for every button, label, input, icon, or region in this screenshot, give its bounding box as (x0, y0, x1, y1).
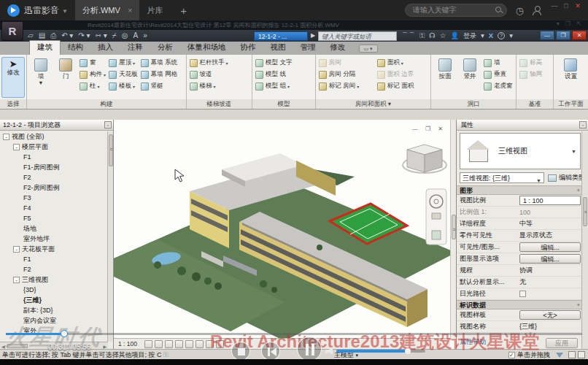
model-group-button[interactable]: 模型 组▾ (255, 80, 292, 92)
redo-icon[interactable]: ↷ ▾ (78, 32, 90, 39)
detail-level-value[interactable]: 中等 (519, 219, 581, 228)
visibility-graphics-edit-button[interactable]: 编辑... (519, 242, 581, 252)
subscription-key-icon[interactable]: ⚿ (419, 32, 425, 39)
room-button[interactable]: 房间 (319, 57, 374, 69)
tab-manage[interactable]: 管理 (293, 41, 323, 55)
minimize-button[interactable]: — (549, 1, 560, 10)
tree-item[interactable]: F2 (0, 264, 107, 274)
tab-analyze[interactable]: 分析 (150, 41, 180, 55)
set-workplane-button[interactable]: 设置 (558, 57, 583, 80)
print-icon[interactable]: ⎙ (50, 32, 56, 39)
tree-item[interactable]: 室外地坪 (0, 234, 107, 244)
3d-building-model[interactable] (114, 120, 457, 349)
tree-item[interactable]: F1-房间图例 (0, 162, 107, 172)
view-selector-arrow-icon[interactable]: ▶ (311, 32, 315, 39)
properties-close-icon[interactable]: ▫ (579, 121, 587, 128)
area-boundary-button[interactable]: 面积 边界 (377, 69, 414, 80)
area-button[interactable]: 面积▾ (377, 57, 414, 69)
exchange-apps-icon[interactable]: X (489, 32, 493, 39)
signin-caret-icon[interactable]: ▾ (481, 32, 484, 39)
tag-area-button[interactable]: 标记 面积 (377, 80, 414, 92)
opening-by-face-button[interactable]: 按面 (433, 57, 457, 80)
ramp-button[interactable]: 坡道 (190, 69, 228, 80)
curtain-system-button[interactable]: 幕墙 系统 (141, 57, 177, 69)
filter-funnel-icon[interactable] (556, 353, 563, 358)
tree-expander-icon[interactable]: - (13, 246, 20, 253)
tree-expander-icon[interactable]: - (13, 277, 20, 283)
door-button[interactable]: 门 (53, 57, 78, 80)
tag-room-button[interactable]: 标记 房间▾ (319, 80, 374, 92)
shadows-icon[interactable] (175, 340, 183, 348)
model-text-button[interactable]: 模型 文字 (255, 57, 292, 69)
infocenter-search-input[interactable]: 键入关键字或短语 (318, 31, 397, 41)
communication-center-icon[interactable]: ☊ (429, 32, 435, 39)
text-icon[interactable]: A (133, 32, 138, 39)
floor-button[interactable]: 楼板▾ (109, 80, 138, 92)
revit-app-button[interactable]: R (1, 21, 23, 41)
section-graphics[interactable]: 图形º (457, 185, 588, 195)
shaft-button[interactable]: 竖井 (457, 57, 482, 80)
tree-item[interactable]: -楼层平面 (0, 142, 107, 152)
model-line-button[interactable]: 模型 线 (255, 69, 292, 80)
help-icon[interactable]: ? (498, 32, 505, 39)
crop-view-icon[interactable] (196, 340, 204, 348)
tree-item[interactable]: 副本: {3D} (0, 305, 107, 315)
properties-title[interactable]: 属性 (457, 120, 588, 131)
tab-annotate[interactable]: 注释 (120, 41, 150, 55)
ribbon-display-toggle[interactable]: ▭ ▾ (359, 45, 378, 53)
drawing-canvas[interactable]: — ❐ ✕ (114, 120, 457, 349)
tree-item[interactable]: F4 (0, 203, 107, 213)
qat-more-icon[interactable]: » (143, 32, 147, 39)
discipline-value[interactable]: 协调 (519, 266, 581, 275)
sun-path-checkbox[interactable] (519, 291, 526, 297)
tree-expander-icon[interactable]: - (3, 134, 9, 140)
tree-expander-icon[interactable]: - (13, 144, 20, 150)
scale-label[interactable]: 1 : 100 (118, 340, 137, 347)
tab-massing-site[interactable]: 体量和场地 (180, 41, 233, 55)
grid-button[interactable]: 轴网 (519, 69, 542, 80)
section-identity-data[interactable]: 标识数据º (457, 300, 588, 310)
canvas-vertical-scrollbar[interactable] (450, 120, 456, 338)
dimension-icon[interactable]: ⌿ (112, 32, 117, 39)
edit-type-button[interactable]: 编辑类型 (548, 173, 585, 182)
tree-item[interactable]: F2-房间图例 (0, 182, 107, 193)
visual-style-icon[interactable] (155, 340, 163, 348)
tab-library[interactable]: 片库 (139, 0, 170, 20)
modify-button[interactable]: ➤ 修改 (1, 57, 25, 98)
tab-collaborate[interactable]: 协作 (233, 41, 263, 55)
tree-item[interactable]: {三维} (0, 295, 107, 305)
vertical-opening-button[interactable]: 垂直 (484, 69, 513, 80)
maximize-button[interactable]: □ (560, 1, 572, 10)
column-button[interactable]: 柱▾ (80, 80, 106, 92)
view-scale-input[interactable]: 1 : 100 (519, 196, 581, 205)
player-search-input[interactable]: 请输入关键字 (405, 4, 507, 17)
parts-visibility-value[interactable]: 显示原状态 (519, 231, 581, 240)
analysis-display-value[interactable]: 无 (519, 277, 581, 287)
component-button[interactable]: 构件▾ (80, 69, 106, 80)
detail-level-icon[interactable] (144, 340, 152, 348)
tab-insert[interactable]: 插入 (90, 41, 120, 55)
seek-bar[interactable] (6, 333, 582, 335)
tab-playing-video[interactable]: 分析.WMV × (75, 0, 139, 20)
revit-restore-button[interactable]: ❐ (556, 31, 570, 40)
help-caret-icon[interactable]: ▾ (509, 32, 513, 39)
speaker-icon[interactable] (326, 347, 333, 355)
stair-button[interactable]: 楼梯▾ (190, 80, 228, 92)
signin-label[interactable]: 登录 (463, 33, 476, 39)
project-browser-close-icon[interactable]: ▫ (104, 121, 112, 128)
railing-button[interactable]: 栏杆扶手▾ (190, 57, 228, 69)
resize-grip-icon[interactable] (578, 351, 585, 358)
open-icon[interactable]: ▱ (28, 32, 34, 39)
tab-close-icon[interactable]: × (128, 6, 132, 15)
stop-button[interactable] (231, 342, 250, 361)
tree-item[interactable]: F2 (0, 172, 107, 182)
chevron-down-icon[interactable]: ▼ (571, 149, 576, 154)
window-button[interactable]: 窗 (80, 57, 106, 69)
tree-item[interactable]: 场地 (0, 223, 107, 234)
new-tab-button[interactable]: + (180, 4, 187, 17)
pause-button[interactable] (297, 337, 322, 361)
previous-button[interactable] (261, 342, 280, 361)
save-icon[interactable]: ▤ (39, 32, 45, 39)
view-window-controls[interactable]: — ❐ ✕ (412, 126, 446, 132)
seek-handle[interactable] (61, 330, 68, 337)
